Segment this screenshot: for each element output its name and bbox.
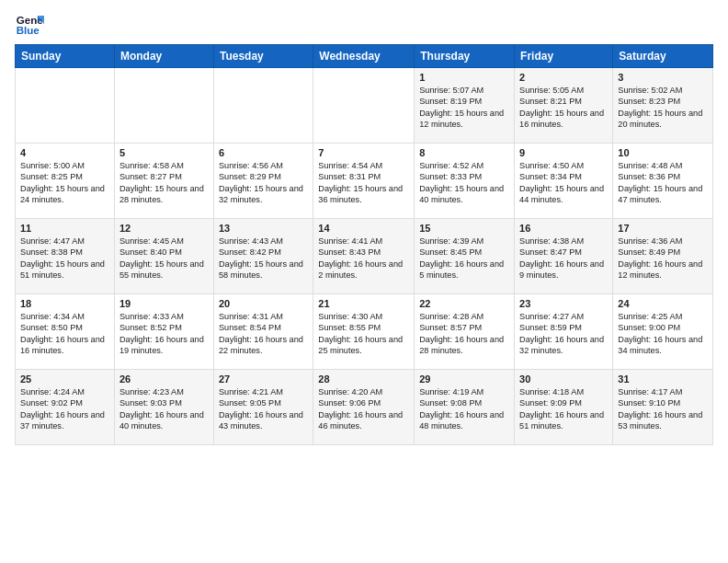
day-number: 16	[519, 223, 608, 234]
day-number: 30	[519, 373, 608, 385]
day-number: 24	[618, 298, 708, 309]
cell-text: Sunrise: 4:45 AM Sunset: 8:40 PM Dayligh…	[119, 236, 209, 282]
cell-text: Sunrise: 5:07 AM Sunset: 8:19 PM Dayligh…	[419, 85, 509, 131]
calendar-cell: 24Sunrise: 4:25 AM Sunset: 9:00 PM Dayli…	[613, 294, 713, 370]
cell-text: Sunrise: 4:20 AM Sunset: 9:06 PM Dayligh…	[318, 386, 409, 432]
day-number: 11	[20, 223, 109, 234]
calendar-cell: 6Sunrise: 4:56 AM Sunset: 8:29 PM Daylig…	[213, 144, 313, 219]
cell-text: Sunrise: 4:28 AM Sunset: 8:57 PM Dayligh…	[419, 311, 509, 357]
cell-text: Sunrise: 4:31 AM Sunset: 8:54 PM Dayligh…	[219, 311, 308, 357]
cell-text: Sunrise: 4:30 AM Sunset: 8:55 PM Dayligh…	[318, 311, 409, 357]
calendar-cell: 14Sunrise: 4:41 AM Sunset: 8:43 PM Dayli…	[313, 219, 415, 294]
day-number: 29	[419, 373, 509, 385]
cell-text: Sunrise: 4:24 AM Sunset: 9:02 PM Dayligh…	[20, 386, 109, 432]
day-number: 12	[119, 223, 209, 234]
cell-text: Sunrise: 4:33 AM Sunset: 8:52 PM Dayligh…	[119, 311, 209, 357]
cell-text: Sunrise: 4:48 AM Sunset: 8:36 PM Dayligh…	[618, 160, 708, 206]
day-number: 27	[219, 373, 308, 385]
calendar-cell: 29Sunrise: 4:19 AM Sunset: 9:08 PM Dayli…	[415, 370, 515, 445]
day-number: 20	[219, 298, 308, 309]
cell-text: Sunrise: 4:41 AM Sunset: 8:43 PM Dayligh…	[318, 236, 409, 282]
cell-text: Sunrise: 4:54 AM Sunset: 8:31 PM Dayligh…	[318, 160, 409, 206]
calendar-cell: 10Sunrise: 4:48 AM Sunset: 8:36 PM Dayli…	[613, 144, 713, 219]
day-number: 25	[20, 373, 109, 385]
day-number: 2	[519, 72, 608, 83]
calendar-cell: 11Sunrise: 4:47 AM Sunset: 8:38 PM Dayli…	[16, 219, 115, 294]
day-number: 26	[119, 373, 209, 385]
calendar-cell	[114, 68, 213, 144]
calendar-cell: 15Sunrise: 4:39 AM Sunset: 8:45 PM Dayli…	[415, 219, 515, 294]
page: General Blue SundayMondayTuesdayWednesda…	[0, 0, 728, 454]
cell-text: Sunrise: 4:25 AM Sunset: 9:00 PM Dayligh…	[618, 311, 708, 357]
cell-text: Sunrise: 4:18 AM Sunset: 9:09 PM Dayligh…	[519, 386, 608, 432]
day-number: 15	[419, 223, 509, 234]
cell-text: Sunrise: 4:52 AM Sunset: 8:33 PM Dayligh…	[419, 160, 509, 206]
cell-text: Sunrise: 4:58 AM Sunset: 8:27 PM Dayligh…	[119, 160, 209, 206]
cell-text: Sunrise: 4:38 AM Sunset: 8:47 PM Dayligh…	[519, 236, 608, 282]
col-header-saturday: Saturday	[613, 45, 713, 68]
cell-text: Sunrise: 5:02 AM Sunset: 8:23 PM Dayligh…	[618, 85, 708, 131]
col-header-wednesday: Wednesday	[313, 45, 415, 68]
cell-text: Sunrise: 4:36 AM Sunset: 8:49 PM Dayligh…	[618, 236, 708, 282]
calendar-week-1: 1Sunrise: 5:07 AM Sunset: 8:19 PM Daylig…	[16, 68, 713, 144]
calendar-table: SundayMondayTuesdayWednesdayThursdayFrid…	[15, 44, 713, 445]
col-header-thursday: Thursday	[415, 45, 515, 68]
day-number: 9	[519, 147, 608, 158]
calendar-week-2: 4Sunrise: 5:00 AM Sunset: 8:25 PM Daylig…	[16, 144, 713, 219]
calendar-cell: 28Sunrise: 4:20 AM Sunset: 9:06 PM Dayli…	[313, 370, 415, 445]
calendar-cell: 22Sunrise: 4:28 AM Sunset: 8:57 PM Dayli…	[415, 294, 515, 370]
calendar-cell: 7Sunrise: 4:54 AM Sunset: 8:31 PM Daylig…	[313, 144, 415, 219]
calendar-cell: 4Sunrise: 5:00 AM Sunset: 8:25 PM Daylig…	[16, 144, 115, 219]
logo: General Blue	[15, 9, 48, 39]
day-number: 18	[20, 298, 109, 309]
day-number: 7	[318, 147, 409, 158]
col-header-sunday: Sunday	[16, 45, 115, 68]
calendar-cell: 25Sunrise: 4:24 AM Sunset: 9:02 PM Dayli…	[16, 370, 115, 445]
calendar-cell	[213, 68, 313, 144]
day-number: 28	[318, 373, 409, 385]
calendar-cell: 17Sunrise: 4:36 AM Sunset: 8:49 PM Dayli…	[613, 219, 713, 294]
col-header-monday: Monday	[114, 45, 213, 68]
cell-text: Sunrise: 4:50 AM Sunset: 8:34 PM Dayligh…	[519, 160, 608, 206]
calendar-cell: 12Sunrise: 4:45 AM Sunset: 8:40 PM Dayli…	[114, 219, 213, 294]
day-number: 1	[419, 72, 509, 83]
calendar-cell: 26Sunrise: 4:23 AM Sunset: 9:03 PM Dayli…	[114, 370, 213, 445]
calendar-week-5: 25Sunrise: 4:24 AM Sunset: 9:02 PM Dayli…	[16, 370, 713, 445]
day-number: 31	[618, 373, 708, 385]
day-number: 10	[618, 147, 708, 158]
calendar-cell: 18Sunrise: 4:34 AM Sunset: 8:50 PM Dayli…	[16, 294, 115, 370]
calendar-week-4: 18Sunrise: 4:34 AM Sunset: 8:50 PM Dayli…	[16, 294, 713, 370]
day-number: 6	[219, 147, 308, 158]
calendar-cell: 13Sunrise: 4:43 AM Sunset: 8:42 PM Dayli…	[213, 219, 313, 294]
cell-text: Sunrise: 4:27 AM Sunset: 8:59 PM Dayligh…	[519, 311, 608, 357]
day-number: 5	[119, 147, 209, 158]
calendar-cell: 8Sunrise: 4:52 AM Sunset: 8:33 PM Daylig…	[415, 144, 515, 219]
calendar-cell: 2Sunrise: 5:05 AM Sunset: 8:21 PM Daylig…	[515, 68, 613, 144]
cell-text: Sunrise: 5:00 AM Sunset: 8:25 PM Dayligh…	[20, 160, 109, 206]
calendar-cell	[16, 68, 115, 144]
calendar-cell: 21Sunrise: 4:30 AM Sunset: 8:55 PM Dayli…	[313, 294, 415, 370]
cell-text: Sunrise: 5:05 AM Sunset: 8:21 PM Dayligh…	[519, 85, 608, 131]
day-number: 14	[318, 223, 409, 234]
calendar-cell: 27Sunrise: 4:21 AM Sunset: 9:05 PM Dayli…	[213, 370, 313, 445]
calendar-cell: 19Sunrise: 4:33 AM Sunset: 8:52 PM Dayli…	[114, 294, 213, 370]
cell-text: Sunrise: 4:47 AM Sunset: 8:38 PM Dayligh…	[20, 236, 109, 282]
calendar-cell: 5Sunrise: 4:58 AM Sunset: 8:27 PM Daylig…	[114, 144, 213, 219]
day-number: 21	[318, 298, 409, 309]
day-number: 23	[519, 298, 608, 309]
logo-icon: General Blue	[15, 9, 44, 39]
day-number: 19	[119, 298, 209, 309]
calendar-cell: 3Sunrise: 5:02 AM Sunset: 8:23 PM Daylig…	[613, 68, 713, 144]
cell-text: Sunrise: 4:56 AM Sunset: 8:29 PM Dayligh…	[219, 160, 308, 206]
col-header-friday: Friday	[515, 45, 613, 68]
calendar-header-row: SundayMondayTuesdayWednesdayThursdayFrid…	[16, 45, 713, 68]
calendar-cell: 23Sunrise: 4:27 AM Sunset: 8:59 PM Dayli…	[515, 294, 613, 370]
calendar-cell: 20Sunrise: 4:31 AM Sunset: 8:54 PM Dayli…	[213, 294, 313, 370]
header: General Blue	[15, 9, 713, 39]
cell-text: Sunrise: 4:39 AM Sunset: 8:45 PM Dayligh…	[419, 236, 509, 282]
day-number: 22	[419, 298, 509, 309]
cell-text: Sunrise: 4:43 AM Sunset: 8:42 PM Dayligh…	[219, 236, 308, 282]
calendar-cell: 1Sunrise: 5:07 AM Sunset: 8:19 PM Daylig…	[415, 68, 515, 144]
day-number: 3	[618, 72, 708, 83]
col-header-tuesday: Tuesday	[213, 45, 313, 68]
